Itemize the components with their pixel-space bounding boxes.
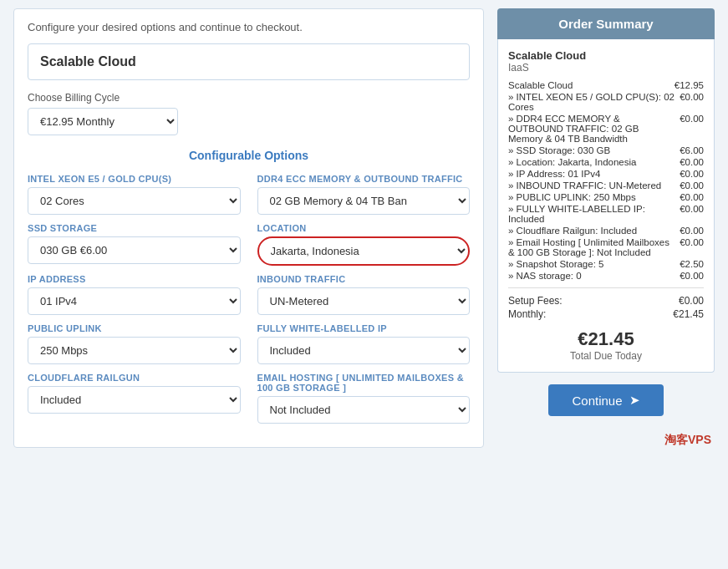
summary-price: €0.00 bbox=[680, 157, 704, 167]
summary-line-storage: » SSD Storage: 030 GB €6.00 bbox=[508, 145, 704, 155]
email-hosting-label: Email Hosting [ Unlimited Mailboxes & 10… bbox=[257, 373, 471, 393]
summary-line-email: » Email Hosting [ Unlimited Mailboxes & … bbox=[508, 237, 704, 257]
options-grid: INTEL XEON E5 / GOLD CPU(S) 01 Core 02 C… bbox=[28, 174, 470, 424]
monthly-fee-price: €21.45 bbox=[673, 308, 704, 320]
memory-select[interactable]: 02 GB Memory & 04 TB Ban 04 GB Memory & … bbox=[257, 187, 471, 215]
summary-label: » FULLY WHITE-LABELLED IP: Included bbox=[508, 204, 675, 224]
memory-option-group: DDR4 ECC MEMORY & OUTBOUND TRAFFIC 02 GB… bbox=[257, 174, 471, 215]
summary-label: » Cloudflare Railgun: Included bbox=[508, 226, 675, 236]
setup-fee-line: Setup Fees: €0.00 bbox=[508, 295, 704, 307]
summary-price: €0.00 bbox=[680, 169, 704, 179]
summary-label: Scalable Cloud bbox=[508, 80, 669, 90]
email-hosting-select[interactable]: Included Not Included bbox=[257, 396, 471, 424]
summary-line-cpu: » INTEL XEON E5 / GOLD CPU(S): 02 Cores … bbox=[508, 92, 704, 112]
summary-line-scalable-cloud: Scalable Cloud €12.95 bbox=[508, 80, 704, 90]
summary-fees-section: Setup Fees: €0.00 Monthly: €21.45 bbox=[508, 295, 704, 320]
summary-line-cloudflare: » Cloudflare Railgun: Included €0.00 bbox=[508, 226, 704, 236]
summary-label: » Snapshot Storage: 5 bbox=[508, 259, 675, 269]
continue-button[interactable]: Continue ➤ bbox=[548, 384, 663, 416]
summary-price: €0.00 bbox=[680, 271, 704, 281]
uplink-label: PUBLIC UPLINK bbox=[28, 323, 241, 333]
summary-line-nas: » NAS storage: 0 €0.00 bbox=[508, 271, 704, 281]
email-hosting-option-group: Email Hosting [ Unlimited Mailboxes & 10… bbox=[257, 373, 471, 424]
location-label: Location bbox=[257, 223, 471, 233]
storage-option-group: SSD Storage 030 GB €6.00 060 GB €12.00 1… bbox=[28, 223, 241, 266]
cpu-select[interactable]: 01 Core 02 Cores 04 Cores 08 Cores bbox=[28, 187, 241, 215]
configure-description: Configure your desired options and conti… bbox=[28, 21, 470, 33]
summary-price: €0.00 bbox=[680, 180, 704, 191]
summary-label: » Location: Jakarta, Indonesia bbox=[508, 157, 675, 167]
summary-price: €0.00 bbox=[680, 92, 704, 112]
summary-price: €0.00 bbox=[680, 192, 704, 202]
cpu-option-group: INTEL XEON E5 / GOLD CPU(S) 01 Core 02 C… bbox=[28, 174, 241, 215]
summary-total-label: Total Due Today bbox=[508, 350, 704, 362]
setup-fee-label: Setup Fees: bbox=[508, 295, 563, 307]
memory-label: DDR4 ECC MEMORY & OUTBOUND TRAFFIC bbox=[257, 174, 471, 184]
white-label-ip-label: FULLY WHITE-LABELLED IP bbox=[257, 323, 471, 333]
summary-price: €12.95 bbox=[675, 80, 704, 90]
summary-line-snapshot: » Snapshot Storage: 5 €2.50 bbox=[508, 259, 704, 269]
continue-button-wrap: Continue ➤ bbox=[497, 384, 715, 416]
ip-select[interactable]: 01 IPv4 02 IPv4 03 IPv4 bbox=[28, 287, 241, 315]
ip-option-group: IP Address 01 IPv4 02 IPv4 03 IPv4 bbox=[28, 274, 241, 315]
location-select[interactable]: Jakarta, Indonesia Singapore Frankfurt bbox=[257, 236, 471, 266]
billing-label: Choose Billing Cycle bbox=[28, 92, 470, 104]
summary-price: €6.00 bbox=[680, 145, 704, 155]
uplink-option-group: PUBLIC UPLINK 100 Mbps 250 Mbps 500 Mbps… bbox=[28, 323, 241, 364]
inbound-label: INBOUND TRAFFIC bbox=[257, 274, 471, 284]
monthly-fee-label: Monthly: bbox=[508, 308, 546, 320]
summary-label: » Email Hosting [ Unlimited Mailboxes & … bbox=[508, 237, 675, 257]
summary-total-amount: €21.45 bbox=[508, 328, 704, 350]
ip-label: IP Address bbox=[28, 274, 241, 284]
product-title: Scalable Cloud bbox=[28, 43, 470, 80]
inbound-select[interactable]: UN-Metered Metered bbox=[257, 287, 471, 315]
summary-line-uplink: » PUBLIC UPLINK: 250 Mbps €0.00 bbox=[508, 192, 704, 202]
summary-price: €0.00 bbox=[680, 237, 704, 257]
continue-button-label: Continue bbox=[572, 394, 622, 408]
summary-price: €2.50 bbox=[680, 259, 704, 269]
order-summary-header: Order Summary bbox=[497, 8, 715, 39]
inbound-option-group: INBOUND TRAFFIC UN-Metered Metered bbox=[257, 274, 471, 315]
summary-label: » INBOUND TRAFFIC: UN-Metered bbox=[508, 180, 675, 191]
cloudflare-option-group: Cloudflare Railgun Included Not Included bbox=[28, 373, 241, 424]
order-summary-panel: Order Summary Scalable Cloud IaaS Scalab… bbox=[497, 8, 715, 448]
cpu-label: INTEL XEON E5 / GOLD CPU(S) bbox=[28, 174, 241, 184]
summary-product-name: Scalable Cloud bbox=[508, 49, 704, 62]
storage-label: SSD Storage bbox=[28, 223, 241, 233]
configurable-options-title: Configurable Options bbox=[28, 149, 470, 162]
white-label-ip-option-group: FULLY WHITE-LABELLED IP Included Not Inc… bbox=[257, 323, 471, 364]
watermark: 淘客VPS bbox=[497, 433, 715, 448]
summary-label: » DDR4 ECC MEMORY & OUTBOUND TRAFFIC: 02… bbox=[508, 114, 675, 144]
summary-line-memory: » DDR4 ECC MEMORY & OUTBOUND TRAFFIC: 02… bbox=[508, 114, 704, 144]
summary-price: €0.00 bbox=[680, 204, 704, 224]
summary-label: » NAS storage: 0 bbox=[508, 271, 675, 281]
summary-line-ip: » IP Address: 01 IPv4 €0.00 bbox=[508, 169, 704, 179]
location-select-wrap: Jakarta, Indonesia Singapore Frankfurt bbox=[257, 236, 471, 266]
summary-label: » SSD Storage: 030 GB bbox=[508, 145, 675, 155]
storage-select[interactable]: 030 GB €6.00 060 GB €12.00 120 GB €24.00 bbox=[28, 236, 241, 264]
summary-price: €0.00 bbox=[680, 226, 704, 236]
location-option-group: Location Jakarta, Indonesia Singapore Fr… bbox=[257, 223, 471, 266]
summary-divider bbox=[508, 287, 704, 288]
summary-line-inbound: » INBOUND TRAFFIC: UN-Metered €0.00 bbox=[508, 180, 704, 191]
summary-label: » PUBLIC UPLINK: 250 Mbps bbox=[508, 192, 675, 202]
cloudflare-label: Cloudflare Railgun bbox=[28, 373, 241, 383]
summary-line-location: » Location: Jakarta, Indonesia €0.00 bbox=[508, 157, 704, 167]
order-summary-body: Scalable Cloud IaaS Scalable Cloud €12.9… bbox=[497, 39, 715, 373]
billing-cycle-select[interactable]: €12.95 Monthly €129.95 Yearly bbox=[28, 108, 178, 135]
summary-product-type: IaaS bbox=[508, 62, 704, 74]
summary-label: » INTEL XEON E5 / GOLD CPU(S): 02 Cores bbox=[508, 92, 675, 112]
summary-total-box: €21.45 Total Due Today bbox=[508, 328, 704, 362]
summary-price: €0.00 bbox=[680, 114, 704, 144]
uplink-select[interactable]: 100 Mbps 250 Mbps 500 Mbps 1 Gbps bbox=[28, 337, 241, 364]
cloudflare-select[interactable]: Included Not Included bbox=[28, 386, 241, 414]
summary-label: » IP Address: 01 IPv4 bbox=[508, 169, 675, 179]
summary-line-white-label: » FULLY WHITE-LABELLED IP: Included €0.0… bbox=[508, 204, 704, 224]
continue-arrow-icon: ➤ bbox=[629, 393, 640, 408]
setup-fee-price: €0.00 bbox=[679, 295, 704, 307]
monthly-fee-line: Monthly: €21.45 bbox=[508, 308, 704, 320]
white-label-ip-select[interactable]: Included Not Included bbox=[257, 337, 471, 364]
